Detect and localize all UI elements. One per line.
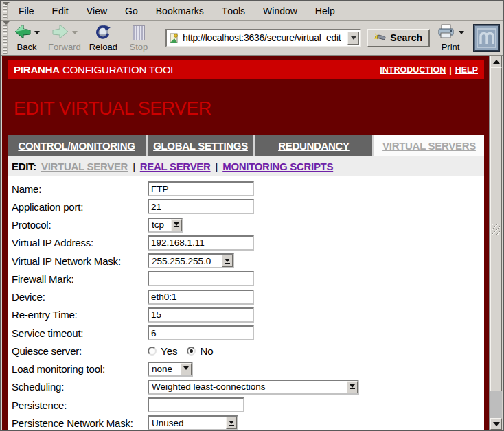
menu-go[interactable]: Go: [116, 1, 147, 20]
print-button[interactable]: Print: [434, 23, 467, 53]
back-icon: [14, 23, 32, 42]
quiesce-yes-radio[interactable]: [148, 347, 157, 356]
chevron-down-icon: [222, 255, 233, 267]
form-row: Virtual IP Address:: [12, 234, 484, 252]
browser-window: File Edit View Go Bookmarks Tools Window…: [0, 0, 504, 431]
print-icon: [437, 24, 456, 41]
subnav-virtual-server-link[interactable]: VIRTUAL SERVER: [41, 161, 128, 172]
form-row: Service timeout:: [12, 324, 484, 342]
piranha-header-band: PIRANHA CONFIGURATION TOOL INTRODUCTION …: [8, 60, 484, 79]
menu-tools[interactable]: Tools: [213, 1, 254, 20]
forward-button: Forward: [45, 23, 84, 53]
menu-help[interactable]: Help: [306, 1, 344, 20]
subnav-monitoring-scripts-link[interactable]: MONITORING SCRIPTS: [222, 161, 333, 172]
toolbar-grippy[interactable]: [3, 22, 8, 54]
radio-label: Yes: [161, 345, 177, 357]
url-dropdown-button[interactable]: [347, 32, 359, 45]
field-label: Service timeout:: [12, 327, 148, 339]
menu-file[interactable]: File: [10, 1, 43, 20]
mozilla-logo-icon[interactable]: [474, 25, 499, 51]
scrollbar-grip-icon: [492, 224, 500, 235]
form-panel: EDIT: VIRTUAL SERVER | REAL SERVER | MON…: [8, 156, 484, 430]
edit-prefix-label: EDIT:: [12, 161, 36, 172]
introduction-link[interactable]: INTRODUCTION: [380, 65, 446, 75]
tab-redundancy[interactable]: REDUNDANCY: [255, 135, 374, 156]
stop-icon: [133, 25, 145, 40]
chevron-down-icon: [226, 417, 237, 429]
scroll-down-button[interactable]: [490, 418, 502, 430]
print-options-caret[interactable]: [459, 31, 464, 34]
field-label: Virtual IP Network Mask:: [12, 255, 148, 267]
scrollbar-thumb[interactable]: [490, 67, 502, 391]
field-label: Protocol:: [12, 219, 148, 231]
form-row: Re-entry Time:: [12, 306, 484, 324]
persistence-netmask-select[interactable]: Unused: [148, 415, 238, 430]
field-label: Quiesce server:: [12, 345, 148, 357]
tab-control-monitoring[interactable]: CONTROL/MONITORING: [8, 135, 148, 156]
search-button[interactable]: Search: [367, 29, 430, 47]
edit-subnav: EDIT: VIRTUAL SERVER | REAL SERVER | MON…: [8, 156, 484, 176]
virtual-ip-address-input[interactable]: [148, 235, 254, 251]
form-row: Virtual IP Network Mask: 255.255.255.0: [12, 252, 484, 270]
persistence-input[interactable]: [148, 397, 244, 412]
menu-edit[interactable]: Edit: [43, 1, 78, 20]
field-label: Persistence Network Mask:: [12, 417, 148, 429]
menu-bookmarks[interactable]: Bookmarks: [147, 1, 213, 20]
header-link-separator: |: [449, 65, 452, 75]
reentry-time-input[interactable]: [148, 307, 254, 323]
quiesce-no-radio[interactable]: [187, 347, 196, 356]
arrow-up-icon: [493, 60, 500, 64]
form-row: Application port:: [12, 198, 484, 216]
chevron-down-icon: [347, 381, 358, 393]
navigation-toolbar: Back Forward: [1, 21, 503, 56]
firewall-mark-input[interactable]: [148, 271, 254, 286]
back-button[interactable]: Back: [11, 23, 43, 53]
quiesce-radio-group: Yes No: [148, 345, 223, 357]
form-row: Scheduling: Weighted least-connections: [12, 378, 484, 396]
application-port-input[interactable]: [148, 199, 254, 214]
subnav-real-server-link[interactable]: REAL SERVER: [140, 161, 211, 172]
menu-bar: File Edit View Go Bookmarks Tools Window…: [1, 1, 503, 21]
menu-window[interactable]: Window: [254, 1, 306, 20]
form-row: Device:: [12, 288, 484, 306]
forward-history-caret: [72, 31, 78, 34]
device-input[interactable]: [148, 290, 254, 305]
form-row: Firewall Mark:: [12, 270, 484, 288]
bookmark-page-icon[interactable]: [169, 33, 179, 43]
name-input[interactable]: [148, 181, 254, 196]
virtual-ip-netmask-select[interactable]: 255.255.255.0: [148, 253, 234, 268]
form-row: Load monitoring tool: none: [12, 360, 484, 378]
back-history-caret[interactable]: [34, 31, 40, 34]
radio-label: No: [200, 345, 213, 357]
help-link[interactable]: HELP: [455, 65, 478, 75]
arrow-down-icon: [493, 422, 500, 426]
scroll-up-button[interactable]: [490, 56, 502, 67]
chevron-down-icon: [181, 363, 192, 375]
app-title: PIRANHA CONFIGURATION TOOL: [14, 64, 176, 75]
field-label: Firewall Mark:: [12, 273, 148, 285]
field-label: Application port:: [12, 201, 148, 213]
vertical-scrollbar[interactable]: [489, 56, 502, 430]
subnav-separator: |: [133, 161, 135, 172]
scheduling-select[interactable]: Weighted least-connections: [148, 380, 359, 395]
form-row: Persistence Network Mask: Unused: [12, 414, 484, 430]
reload-button[interactable]: Reload: [87, 23, 120, 53]
url-bar[interactable]: http://localhost:3636/secure/virtual_edi…: [165, 29, 361, 47]
load-monitoring-select[interactable]: none: [148, 362, 193, 377]
form-row: Protocol: tcp: [12, 216, 484, 234]
tab-virtual-servers[interactable]: VIRTUAL SERVERS: [374, 135, 484, 156]
virtual-server-form: Name: Application port: Protocol: tcp Vi…: [8, 176, 484, 430]
menu-view[interactable]: View: [78, 1, 116, 20]
url-input[interactable]: http://localhost:3636/secure/virtual_edi…: [183, 32, 347, 43]
service-timeout-input[interactable]: [148, 325, 254, 340]
search-icon: [374, 33, 387, 43]
forward-icon: [51, 23, 69, 42]
field-label: Name:: [12, 183, 148, 195]
field-label: Load monitoring tool:: [12, 363, 148, 375]
tab-global-settings[interactable]: GLOBAL SETTINGS: [148, 135, 255, 156]
form-row: Persistence:: [12, 396, 484, 414]
toolbar-grippy[interactable]: [3, 3, 8, 19]
form-row: Quiesce server: Yes No: [12, 342, 484, 360]
subnav-separator: |: [216, 161, 218, 172]
protocol-select[interactable]: tcp: [148, 218, 183, 233]
